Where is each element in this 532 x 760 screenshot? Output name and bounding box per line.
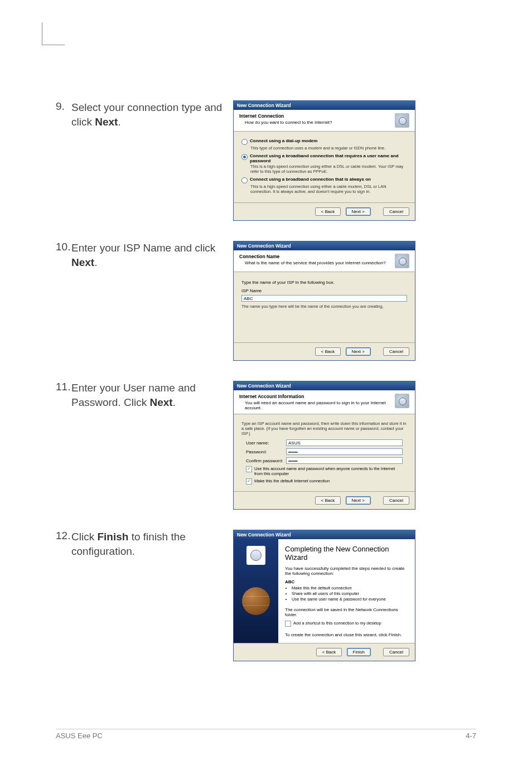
step-11-body: Enter your User name and Password. Click… bbox=[71, 381, 223, 409]
step-11-row: 11. Enter your User name and Password. C… bbox=[56, 381, 476, 510]
dlg9-back-button[interactable]: < Back bbox=[315, 207, 341, 216]
crop-mark bbox=[42, 22, 65, 45]
wizard-icon bbox=[395, 254, 409, 268]
finish-line1: You have successfully completed the step… bbox=[285, 566, 408, 576]
radio-broadband-pw-label: Connect using a broadband connection tha… bbox=[250, 153, 407, 163]
isp-name-input[interactable]: ABC bbox=[241, 295, 407, 302]
radio-dialup-desc: This type of connection uses a modem and… bbox=[250, 146, 407, 151]
radio-dialup-label: Connect using a dial-up modem bbox=[250, 138, 317, 143]
page-footer: ASUS Eee PC 4-7 bbox=[56, 729, 476, 740]
dlg10-field-label: ISP Name bbox=[241, 288, 407, 293]
dlg12-back-button[interactable]: < Back bbox=[316, 648, 342, 656]
chk-default-conn-label: Make this the default Internet connectio… bbox=[254, 478, 330, 483]
user-name-input[interactable]: ASUS bbox=[286, 439, 403, 446]
radio-broadband-pw[interactable] bbox=[241, 154, 248, 160]
dialog-12: New Connection Wizard Completing the New… bbox=[233, 530, 415, 661]
dlg9-next-button[interactable]: Next > bbox=[346, 207, 371, 216]
chk-shortcut-label: Add a shortcut to this connection to my … bbox=[293, 621, 381, 626]
step-10-number: 10. bbox=[56, 241, 71, 253]
finish-conn-name: ABC bbox=[285, 579, 408, 584]
step-12-number: 12. bbox=[56, 530, 71, 542]
dlg9-header-sub: How do you want to connect to the Intern… bbox=[245, 120, 390, 125]
user-label: User name: bbox=[246, 440, 286, 446]
dlg11-back-button[interactable]: < Back bbox=[315, 496, 341, 505]
dlg11-cancel-button[interactable]: Cancel bbox=[383, 496, 409, 505]
dlg11-instr: Type an ISP account name and password, t… bbox=[241, 421, 407, 436]
chk-default-conn[interactable] bbox=[246, 478, 252, 485]
step-9-body: Select your connection type and click Ne… bbox=[71, 100, 223, 129]
dlg10-prompt: Type the name of your ISP in the followi… bbox=[241, 280, 407, 285]
footer-right: 4-7 bbox=[466, 732, 476, 740]
step-10-body: Enter your ISP Name and click Next. bbox=[71, 241, 223, 269]
dlg10-header-title: Connection Name bbox=[239, 254, 390, 259]
confirm-label: Confirm password: bbox=[246, 458, 286, 463]
radio-broadband-always-desc: This is a high-speed connection using ei… bbox=[250, 184, 407, 194]
dialog-10: New Connection Wizard Connection Name Wh… bbox=[233, 241, 415, 361]
finish-bullet-3: Use the same user name & password for ev… bbox=[292, 597, 408, 602]
radio-broadband-always-label: Connect using a broadband connection tha… bbox=[250, 177, 371, 182]
dialog-9: New Connection Wizard Internet Connectio… bbox=[233, 100, 415, 221]
finish-bullet-1: Make this the default connection bbox=[292, 585, 408, 590]
wizard-icon bbox=[395, 394, 409, 408]
dlg9-cancel-button[interactable]: Cancel bbox=[383, 207, 409, 216]
step-9-number: 9. bbox=[56, 100, 71, 113]
footer-left: ASUS Eee PC bbox=[56, 732, 103, 740]
finish-line3: To create the connection and close this … bbox=[285, 632, 408, 637]
dlg10-header-sub: What is the name of the service that pro… bbox=[245, 260, 390, 265]
wizard-icon bbox=[395, 113, 409, 128]
chk-use-account[interactable] bbox=[246, 466, 252, 472]
dialog-11-title: New Connection Wizard bbox=[234, 381, 415, 390]
password-label: Password: bbox=[246, 449, 286, 454]
dialog-11: New Connection Wizard Internet Account I… bbox=[233, 381, 415, 510]
step-11-number: 11. bbox=[56, 381, 71, 393]
dlg12-finish-button[interactable]: Finish bbox=[347, 648, 371, 656]
dlg11-header-title: Internet Account Information bbox=[239, 394, 390, 399]
chk-shortcut[interactable] bbox=[285, 621, 291, 627]
radio-broadband-always[interactable] bbox=[241, 177, 248, 183]
chk-use-account-label: Use this account name and password when … bbox=[254, 466, 403, 476]
step-10-row: 10. Enter your ISP Name and click Next. … bbox=[56, 241, 476, 361]
dlg9-header-title: Internet Connection bbox=[239, 113, 390, 119]
globe-icon bbox=[242, 587, 270, 615]
dlg12-cancel-button[interactable]: Cancel bbox=[383, 648, 409, 656]
dialog-10-title: New Connection Wizard bbox=[234, 241, 415, 250]
radio-broadband-pw-desc: This is a high-speed connection using ei… bbox=[250, 164, 407, 174]
dialog-9-title: New Connection Wizard bbox=[234, 101, 415, 110]
dlg11-next-button[interactable]: Next > bbox=[346, 496, 371, 505]
finish-sidebar bbox=[234, 539, 278, 643]
password-input[interactable]: •••••• bbox=[286, 448, 403, 455]
step-12-row: 12. Click Finish to finish the configura… bbox=[56, 530, 476, 661]
step-12-body: Click Finish to finish the configuration… bbox=[71, 530, 223, 558]
finish-bullet-2: Share with all users of this computer bbox=[292, 591, 408, 596]
dlg10-back-button[interactable]: < Back bbox=[315, 347, 341, 356]
dlg10-cancel-button[interactable]: Cancel bbox=[383, 347, 409, 356]
dlg10-hint: The name you type here will be the name … bbox=[241, 304, 407, 309]
confirm-password-input[interactable]: •••••• bbox=[286, 457, 403, 464]
dialog-12-title: New Connection Wizard bbox=[234, 530, 415, 539]
wizard-icon bbox=[246, 546, 265, 565]
dlg11-header-sub: You will need an account name and passwo… bbox=[245, 400, 390, 410]
step-9-row: 9. Select your connection type and click… bbox=[56, 100, 476, 221]
dlg10-next-button[interactable]: Next > bbox=[346, 347, 371, 356]
finish-heading: Completing the New Connection Wizard bbox=[285, 545, 408, 561]
finish-line2: The connection will be saved in the Netw… bbox=[285, 607, 408, 617]
radio-dialup[interactable] bbox=[241, 139, 248, 145]
